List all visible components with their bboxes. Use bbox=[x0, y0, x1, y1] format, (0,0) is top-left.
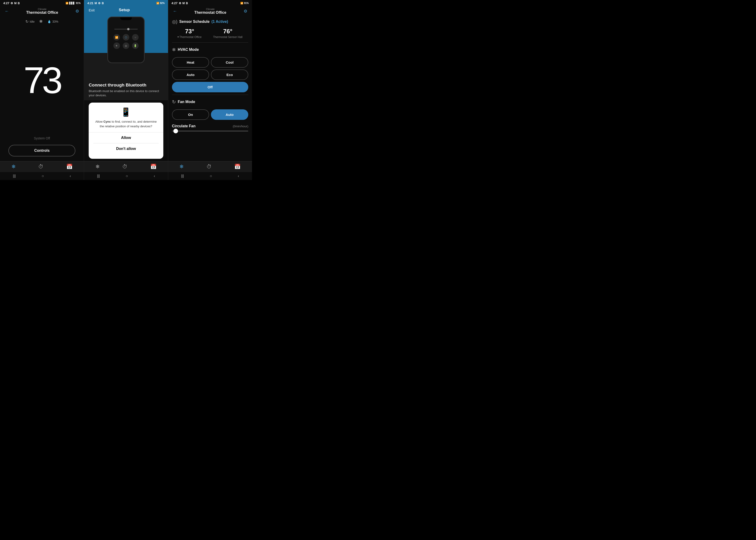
panel-thermostat-main: 4:27 ⚙ M B 📶 ▋▋▋ 91% ← Climate Thermosta… bbox=[0, 0, 84, 180]
climate-label-p3: Climate bbox=[178, 8, 243, 11]
settings-button-p1[interactable]: ⚙ bbox=[75, 8, 80, 15]
circulate-slider-thumb[interactable] bbox=[173, 129, 178, 133]
back-button-p1[interactable]: ← bbox=[4, 8, 10, 15]
sensor-temp-hall: 76° bbox=[213, 28, 243, 35]
exit-button-p2[interactable]: Exit bbox=[89, 8, 94, 12]
setup-title: Setup bbox=[119, 8, 130, 12]
allow-button[interactable]: Allow bbox=[93, 132, 158, 143]
nav-schedule-p2[interactable]: 📅 bbox=[150, 164, 157, 170]
android-back-p1[interactable]: ‹ bbox=[70, 174, 71, 178]
fan-on-button[interactable]: On bbox=[172, 109, 209, 120]
nav-schedule-p3[interactable]: 📅 bbox=[234, 164, 241, 170]
b-icon-p2: B bbox=[102, 2, 104, 5]
deny-button[interactable]: Don't allow bbox=[93, 143, 158, 154]
fan-icon-p1: ❄ bbox=[39, 19, 43, 24]
nav-home-p1[interactable]: ❄ bbox=[11, 164, 16, 170]
bottom-nav-p3: ❄ ⏱ 📅 bbox=[168, 161, 252, 172]
humidity-status: 💧 33% bbox=[47, 20, 58, 23]
sensor-schedule-header: ◎) Sensor Schedule (1 Active) bbox=[172, 16, 248, 27]
system-status: System Off bbox=[0, 136, 84, 140]
sensor-item-hall: 76° Thermostat Sensor Hall bbox=[213, 28, 243, 39]
p3-header: ← Climate Thermostat Office ⚙ bbox=[168, 6, 252, 16]
mock-bt-icon: ⬡ bbox=[123, 34, 129, 41]
phone-mock: 📶 ⬡ ○ ✈ ◎ 🔋 bbox=[107, 17, 145, 63]
android-back-p2[interactable]: ‹ bbox=[154, 174, 155, 178]
circulate-fan-label: Circulate Fan bbox=[172, 124, 196, 128]
status-time-p1: 4:27 bbox=[3, 1, 9, 5]
status-left-p2: 4:21 M ⚙ B bbox=[87, 1, 104, 5]
status-right-p2: 📶 92% bbox=[156, 2, 165, 4]
idle-status: ↻ Idle bbox=[25, 19, 35, 24]
android-menu-p2[interactable]: ||| bbox=[97, 174, 100, 178]
hvac-mode-grid: Heat Cool Auto Eco Off bbox=[172, 57, 248, 92]
hvac-off-button[interactable]: Off bbox=[172, 82, 248, 92]
circulate-slider-track[interactable] bbox=[172, 131, 248, 131]
thermostat-name-p3: Thermostat Office bbox=[178, 11, 243, 15]
android-home-p2[interactable]: ○ bbox=[126, 174, 128, 178]
wifi-icon-p2: 📶 bbox=[156, 2, 159, 4]
mail-icon-p3: M bbox=[182, 2, 185, 5]
circulate-fan-value: (0min/hour) bbox=[233, 124, 248, 128]
mock-wifi-icon: 📶 bbox=[113, 34, 120, 41]
settings-button-p3[interactable]: ⚙ bbox=[243, 8, 248, 15]
sensor-schedule-subtitle: (1 Active) bbox=[211, 20, 228, 24]
android-home-p1[interactable]: ○ bbox=[42, 174, 44, 178]
signal-icon-p1: ▋▋▋ bbox=[69, 2, 75, 4]
nav-history-p1[interactable]: ⏱ bbox=[38, 164, 43, 170]
circulate-fan-row: Circulate Fan (0min/hour) bbox=[172, 122, 248, 130]
android-nav-p2: ||| ○ ‹ bbox=[84, 172, 168, 180]
panel-setup-bluetooth: 4:21 M ⚙ B 📶 92% Exit Setup 📶 ⬡ ○ ✈ ◎ bbox=[84, 0, 168, 180]
controls-button[interactable]: Controls bbox=[8, 145, 75, 157]
android-menu-p1[interactable]: ||| bbox=[13, 174, 16, 178]
header-center-p3: Climate Thermostat Office bbox=[178, 8, 243, 15]
nav-history-p3[interactable]: ⏱ bbox=[207, 164, 212, 170]
hvac-cool-button[interactable]: Cool bbox=[211, 57, 248, 68]
fan-mode-icon: ↻ bbox=[172, 99, 176, 105]
mock-slider bbox=[114, 29, 138, 29]
p3-content: ◎) Sensor Schedule (1 Active) 73° • Ther… bbox=[168, 16, 252, 161]
mock-loc-icon: ◎ bbox=[123, 43, 129, 49]
idle-label: Idle bbox=[30, 20, 35, 23]
nav-history-p2[interactable]: ⏱ bbox=[122, 164, 127, 170]
bluetooth-desc: Bluetooth must be enabled on this device… bbox=[89, 89, 163, 97]
hvac-eco-button[interactable]: Eco bbox=[211, 69, 248, 80]
android-home-p3[interactable]: ○ bbox=[210, 174, 212, 178]
mock-plane-icon: ✈ bbox=[113, 43, 120, 49]
bottom-nav-p2: ❄ ⏱ 📅 bbox=[84, 161, 168, 172]
dialog-icon: 📱 bbox=[93, 107, 158, 117]
nav-home-p2[interactable]: ❄ bbox=[95, 164, 99, 170]
nav-schedule-p1[interactable]: 📅 bbox=[66, 164, 73, 170]
android-nav-p1: ||| ○ ‹ bbox=[0, 172, 84, 180]
nav-home-p3[interactable]: ❄ bbox=[179, 164, 184, 170]
android-back-p3[interactable]: ‹ bbox=[238, 174, 239, 178]
b-icon-p1: B bbox=[18, 2, 20, 5]
p2-header: Exit Setup bbox=[84, 6, 168, 14]
hvac-heat-button[interactable]: Heat bbox=[172, 57, 209, 68]
panel-thermostat-controls: 4:27 ⚙ M B 📶 91% ← Climate Thermostat Of… bbox=[168, 0, 252, 180]
android-menu-p3[interactable]: ||| bbox=[181, 174, 184, 178]
temperature-display: 73 bbox=[0, 24, 84, 136]
gear-icon-p3: ⚙ bbox=[179, 2, 181, 5]
humidity-label: 33% bbox=[52, 20, 58, 23]
dialog-text: Allow Cync to find, connect to, and dete… bbox=[93, 119, 158, 128]
fan-auto-button[interactable]: Auto bbox=[211, 109, 248, 120]
hvac-icon: ❄ bbox=[172, 47, 176, 53]
p1-header: ← Climate Thermostat Office ⚙ bbox=[0, 6, 84, 16]
bottom-nav-p1: ❄ ⏱ 📅 bbox=[0, 161, 84, 172]
battery-p3: 91% bbox=[244, 2, 249, 4]
circulate-slider-container bbox=[172, 130, 248, 134]
status-time-p3: 4:27 bbox=[171, 1, 178, 5]
gear-icon-p2: ⚙ bbox=[98, 2, 100, 5]
status-bar-p3: 4:27 ⚙ M B 📶 91% bbox=[168, 0, 252, 6]
mock-icons-row2: ✈ ◎ 🔋 bbox=[113, 43, 139, 49]
fan-mode-header: ↻ Fan Mode bbox=[172, 96, 248, 107]
temperature-value: 73 bbox=[24, 62, 61, 99]
wifi-icon-p3: 📶 bbox=[240, 2, 243, 4]
status-right-p3: 📶 91% bbox=[240, 2, 249, 4]
status-left-p3: 4:27 ⚙ M B bbox=[171, 1, 188, 5]
mail-icon-p1: M bbox=[14, 2, 17, 5]
idle-icon: ↻ bbox=[25, 19, 29, 24]
back-button-p3[interactable]: ← bbox=[172, 8, 178, 15]
phone-illustration: 📶 ⬡ ○ ✈ ◎ 🔋 bbox=[84, 14, 168, 79]
hvac-auto-button[interactable]: Auto bbox=[172, 69, 209, 80]
